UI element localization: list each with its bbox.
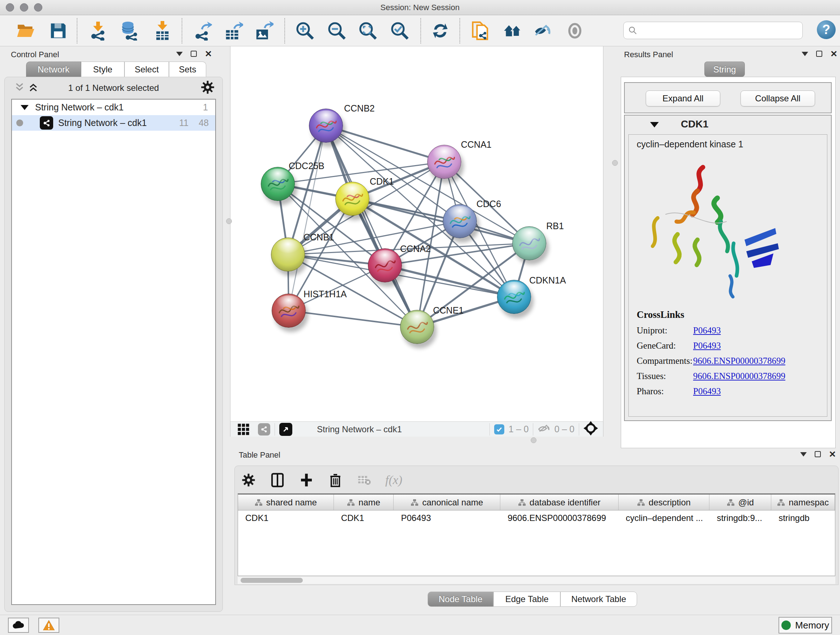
tab-edge-table[interactable]: Edge Table <box>493 592 561 607</box>
function-builder-icon[interactable]: f(x) <box>385 473 402 487</box>
show-columns-icon[interactable] <box>270 472 286 488</box>
clone-network-icon[interactable] <box>470 20 491 41</box>
tab-select[interactable]: Select <box>125 62 169 77</box>
export-network-icon[interactable] <box>192 20 213 41</box>
export-table-icon[interactable] <box>223 20 244 41</box>
panel-close-icon[interactable]: ✕ <box>830 51 837 57</box>
panel-close-icon[interactable]: ✕ <box>205 51 212 57</box>
table-cell[interactable]: CDK1 <box>238 510 334 526</box>
table-cell[interactable]: 9606.ENSP00000378699 <box>500 510 619 526</box>
table-cell[interactable]: stringdb <box>771 510 835 526</box>
add-column-icon[interactable] <box>298 472 314 488</box>
pan-target-icon[interactable] <box>584 421 598 438</box>
network-node-cdc25b[interactable] <box>261 167 295 201</box>
panel-close-icon[interactable]: ✕ <box>829 451 836 457</box>
crosslink-link[interactable]: P06493 <box>693 386 721 396</box>
column-header-name[interactable]: name <box>334 494 394 510</box>
column-header-description[interactable]: description <box>619 494 710 510</box>
tab-network[interactable]: Network <box>26 62 81 77</box>
table-row[interactable]: CDK1CDK1P064939606.ENSP00000378699cyclin… <box>238 510 835 526</box>
network-node-ccna2[interactable] <box>368 249 402 282</box>
panel-maximize-icon[interactable] <box>191 51 197 57</box>
table-cell[interactable]: cyclin–dependent ... <box>619 510 710 526</box>
selected-checkbox-icon[interactable] <box>494 424 504 434</box>
refresh-icon[interactable] <box>430 20 451 41</box>
delete-column-icon[interactable] <box>327 472 343 488</box>
open-session-icon[interactable] <box>15 20 36 41</box>
network-node-ccna1[interactable] <box>427 145 461 179</box>
column-header-namespac[interactable]: namespac <box>771 494 835 510</box>
network-node-cdk1[interactable] <box>335 182 369 216</box>
panel-float-icon[interactable] <box>176 52 183 56</box>
table-cell[interactable]: stringdb:9... <box>709 510 771 526</box>
network-node-ccnb1[interactable] <box>271 238 305 272</box>
network-row[interactable]: String Network – cdk1 11 48 <box>12 115 215 131</box>
table-options-gear-icon[interactable] <box>240 472 256 488</box>
network-options-gear-icon[interactable] <box>201 80 215 96</box>
import-network-file-icon[interactable] <box>88 20 109 41</box>
table-cell[interactable]: P06493 <box>393 510 500 526</box>
network-view-type-icon[interactable] <box>258 423 270 435</box>
tab-style[interactable]: Style <box>81 62 125 77</box>
scrollbar-thumb[interactable] <box>240 578 303 583</box>
birds-eye-view-icon[interactable] <box>279 423 292 436</box>
export-image-icon[interactable] <box>253 20 274 41</box>
panel-float-icon[interactable] <box>802 52 808 56</box>
column-header-canonical-name[interactable]: canonical name <box>393 494 500 510</box>
hidden-eye-icon[interactable] <box>538 423 551 436</box>
search-field[interactable] <box>623 22 803 39</box>
column-header--id[interactable]: @id <box>709 494 771 510</box>
network-edge[interactable] <box>289 310 417 327</box>
network-canvas[interactable]: CCNB2CCNA1CDC25BCDK1CDC6RB1CCNB1CCNA2CDK… <box>230 46 603 421</box>
warnings-button[interactable] <box>38 618 59 633</box>
results-scroll-viewport[interactable]: Expand All Collapse All CDK1 cyclin–depe… <box>621 77 836 448</box>
tab-sets[interactable]: Sets <box>169 62 206 77</box>
network-node-cdc6[interactable] <box>443 204 477 238</box>
grid-view-icon[interactable] <box>235 421 251 437</box>
delete-table-icon[interactable] <box>356 472 372 488</box>
network-edge[interactable] <box>289 126 326 310</box>
import-table-icon[interactable] <box>152 20 173 41</box>
import-network-database-icon[interactable] <box>118 20 140 41</box>
collapse-all-button[interactable]: Collapse All <box>741 90 815 106</box>
tab-string[interactable]: String <box>704 62 745 77</box>
zoom-selected-icon[interactable] <box>389 20 410 41</box>
crosslink-link[interactable]: 9606.ENSP00000378699 <box>693 356 785 366</box>
column-header-shared-name[interactable]: shared name <box>238 494 334 510</box>
table-horizontal-scrollbar[interactable] <box>238 577 835 584</box>
zoom-fit-icon[interactable] <box>357 20 378 41</box>
zoom-in-icon[interactable] <box>294 20 316 41</box>
network-collection-row[interactable]: String Network – cdk1 1 <box>12 100 215 115</box>
network-node-cdkn1a[interactable] <box>497 280 531 314</box>
column-header-database-identifier[interactable]: database identifier <box>500 494 619 510</box>
crosslink-link[interactable]: 9606.ENSP00000378699 <box>693 371 785 381</box>
search-input[interactable] <box>641 26 799 35</box>
zoom-out-icon[interactable] <box>326 20 347 41</box>
tab-node-table[interactable]: Node Table <box>428 592 493 607</box>
horizontal-splitter-handle[interactable] <box>531 437 537 443</box>
network-node-ccne1[interactable] <box>400 310 434 344</box>
help-button[interactable]: ? <box>817 20 836 39</box>
save-session-icon[interactable] <box>48 20 69 41</box>
panel-maximize-icon[interactable] <box>815 451 821 457</box>
panel-maximize-icon[interactable] <box>816 51 822 57</box>
hide-selected-icon[interactable] <box>532 20 554 41</box>
tab-network-table[interactable]: Network Table <box>561 592 637 607</box>
table-cell[interactable]: CDK1 <box>334 510 394 526</box>
expand-all-button[interactable]: Expand All <box>646 90 720 106</box>
left-splitter-handle[interactable] <box>226 218 232 224</box>
network-node-rb1[interactable] <box>512 226 546 260</box>
crosslink-link[interactable]: P06493 <box>693 325 721 336</box>
network-node-ccnb2[interactable] <box>309 109 343 143</box>
entry-collapse-icon[interactable] <box>650 122 659 127</box>
cloud-button[interactable] <box>8 618 29 633</box>
crosslink-link[interactable]: P06493 <box>693 340 721 351</box>
panel-float-icon[interactable] <box>800 452 807 456</box>
network-edge[interactable] <box>326 126 444 162</box>
first-neighbors-icon[interactable] <box>502 20 523 41</box>
right-splitter-handle[interactable] <box>612 160 618 166</box>
tree-expand-icon[interactable] <box>21 105 28 110</box>
memory-button[interactable]: Memory <box>778 617 832 633</box>
show-all-icon[interactable] <box>564 20 585 41</box>
network-node-hist1h1a[interactable] <box>272 294 306 328</box>
